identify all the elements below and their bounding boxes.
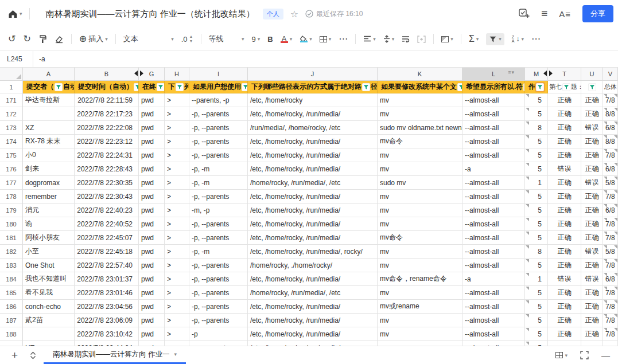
question-header-A[interactable]: 提交者（自动） xyxy=(23,81,75,93)
sum-button[interactable]: Σ▾ xyxy=(469,34,479,44)
cell-V180[interactable]: 7/8 xyxy=(603,217,618,231)
cell-I185[interactable]: -p, --parents xyxy=(189,286,248,300)
question-header-H[interactable]: 下列 xyxy=(165,81,189,93)
cell-J181[interactable]: /etc, /home/rocky, /run/media/ xyxy=(248,231,378,245)
cell-J182[interactable]: /etc, /home/rocky, /run/media/, rocky/ xyxy=(248,245,378,259)
column-header-V[interactable]: V xyxy=(603,68,618,80)
cell-G185[interactable]: pwd xyxy=(139,286,165,300)
cell-T185[interactable]: 正确 xyxy=(548,286,581,300)
cell-K177[interactable]: sudo mv xyxy=(378,176,462,190)
cell-V179[interactable]: 6/8 xyxy=(603,203,618,217)
cell-L188[interactable]: --almost-all xyxy=(462,327,525,341)
cell-K176[interactable]: mv xyxy=(378,162,462,176)
cell-H188[interactable]: > xyxy=(165,327,189,341)
cell-A174[interactable]: RX-78 未末 xyxy=(23,135,75,148)
cell-L183[interactable]: --almost-all xyxy=(462,259,525,272)
cell-U186[interactable]: 正确 xyxy=(581,300,603,314)
cell-L189[interactable]: --almost-all xyxy=(462,341,525,346)
cell-A180[interactable]: 谕 xyxy=(23,217,75,231)
row-number[interactable]: 183 xyxy=(0,259,23,272)
cell-G184[interactable]: pwd xyxy=(139,272,165,286)
cell-V178[interactable]: 7/8 xyxy=(603,190,618,203)
cell-G181[interactable]: pwd xyxy=(139,231,165,245)
cell-A188[interactable] xyxy=(23,327,75,341)
cell-I171[interactable]: --parents, -p xyxy=(189,93,248,107)
cell-K186[interactable]: mv或rename xyxy=(378,300,462,314)
cell-H178[interactable]: > xyxy=(165,190,189,203)
add-sheet-button[interactable]: + xyxy=(0,349,26,362)
font-size-select[interactable]: 9▾ xyxy=(252,35,261,44)
cell-M174[interactable]: 5 xyxy=(525,135,548,148)
align-vertical-button[interactable]: ▾ xyxy=(383,35,395,43)
cell-I176[interactable]: -p, -m xyxy=(189,162,248,176)
column-filter-button[interactable] xyxy=(55,83,63,91)
cell-A182[interactable]: 小至 xyxy=(23,245,75,259)
question-header-T[interactable]: 第七题： xyxy=(548,81,581,93)
cell-I180[interactable]: -p, --parents xyxy=(189,217,248,231)
cell-G174[interactable]: pwd xyxy=(139,135,165,148)
cell-K182[interactable]: mv xyxy=(378,245,462,259)
row-number[interactable]: 1 xyxy=(0,81,23,93)
cell-U184[interactable]: 错误 xyxy=(581,272,603,286)
row-number[interactable]: 180 xyxy=(0,217,23,231)
font-color-button[interactable]: A▾ xyxy=(281,35,293,43)
row-number[interactable]: 189 xyxy=(0,341,23,346)
cell-M186[interactable]: 5 xyxy=(525,300,548,314)
cell-T179[interactable]: 正确 xyxy=(548,203,581,217)
column-header-H[interactable]: H xyxy=(165,68,189,80)
cell-T172[interactable]: 正确 xyxy=(548,107,581,121)
star-icon[interactable]: ☆ xyxy=(290,9,298,19)
cell-L179[interactable]: --almost-all xyxy=(462,203,525,217)
cell-B177[interactable]: 2022/7/8 22:30:35 xyxy=(75,176,139,190)
cell-B184[interactable]: 2022/7/8 23:01:37 xyxy=(75,272,139,286)
question-header-B[interactable]: 提交时间（自动） xyxy=(75,81,139,93)
cell-B171[interactable]: 2022/7/8 22:11:59 xyxy=(75,93,139,107)
cell-B189[interactable]: 2022/7/8 23:44:24 xyxy=(75,341,139,346)
cell-M175[interactable]: 5 xyxy=(525,148,548,162)
column-header-J[interactable]: J xyxy=(248,68,378,80)
cell-A173[interactable]: XZ xyxy=(23,121,75,135)
cell-U176[interactable]: 正确 xyxy=(581,162,603,176)
select-all-corner[interactable] xyxy=(0,68,23,80)
cell-K179[interactable]: mv xyxy=(378,203,462,217)
question-header-U[interactable] xyxy=(581,81,603,93)
cell-B176[interactable]: 2022/7/8 22:28:43 xyxy=(75,162,139,176)
cell-G187[interactable]: pwd xyxy=(139,314,165,327)
cell-U178[interactable]: 正确 xyxy=(581,190,603,203)
cell-T176[interactable]: 错误 xyxy=(548,162,581,176)
hidden-columns-indicator[interactable] xyxy=(134,71,143,76)
cell-I172[interactable]: -p, --parents xyxy=(189,107,248,121)
cell-V172[interactable]: 8/8 xyxy=(603,107,618,121)
cell-J186[interactable]: /etc, /home/rocky, /run/media/ xyxy=(248,300,378,314)
question-header-J[interactable]: 下列哪些路径表示的方式属于绝对路径 xyxy=(248,81,378,93)
cell-G176[interactable]: pwd xyxy=(139,162,165,176)
cell-V181[interactable]: 7/8 xyxy=(603,231,618,245)
cell-V176[interactable]: 6/8 xyxy=(603,162,618,176)
wrap-text-button[interactable] xyxy=(402,36,410,42)
cell-L186[interactable]: --almost-all xyxy=(462,300,525,314)
cell-A186[interactable]: conch-echo xyxy=(23,300,75,314)
cell-H186[interactable]: > xyxy=(165,300,189,314)
cell-T177[interactable]: 正确 xyxy=(548,176,581,190)
cell-U177[interactable]: 错误 xyxy=(581,176,603,190)
cell-G178[interactable]: pwd xyxy=(139,190,165,203)
cell-G175[interactable]: pwd xyxy=(139,148,165,162)
cell-L174[interactable]: --almost-all xyxy=(462,135,525,148)
cell-H176[interactable]: > xyxy=(165,162,189,176)
sheet-tab-menu-icon[interactable]: ▾ xyxy=(174,351,177,357)
cell-T181[interactable]: 正确 xyxy=(548,231,581,245)
cell-V183[interactable]: 7/8 xyxy=(603,259,618,272)
cell-L185[interactable]: --almost-all xyxy=(462,286,525,300)
cell-V188[interactable]: 7/8 xyxy=(603,327,618,341)
cell-B181[interactable]: 2022/7/8 22:45:07 xyxy=(75,231,139,245)
cell-G171[interactable]: pwd xyxy=(139,93,165,107)
cell-T175[interactable]: 正确 xyxy=(548,148,581,162)
format-painter-button[interactable] xyxy=(38,35,47,44)
cell-A187[interactable]: 貳2苗 xyxy=(23,314,75,327)
cell-I174[interactable]: -p, --parents xyxy=(189,135,248,148)
cell-K171[interactable]: mv xyxy=(378,93,462,107)
column-filter-button[interactable] xyxy=(588,83,596,91)
cell-H175[interactable]: > xyxy=(165,148,189,162)
cell-G173[interactable]: pwd xyxy=(139,121,165,135)
clear-format-button[interactable] xyxy=(55,35,64,44)
